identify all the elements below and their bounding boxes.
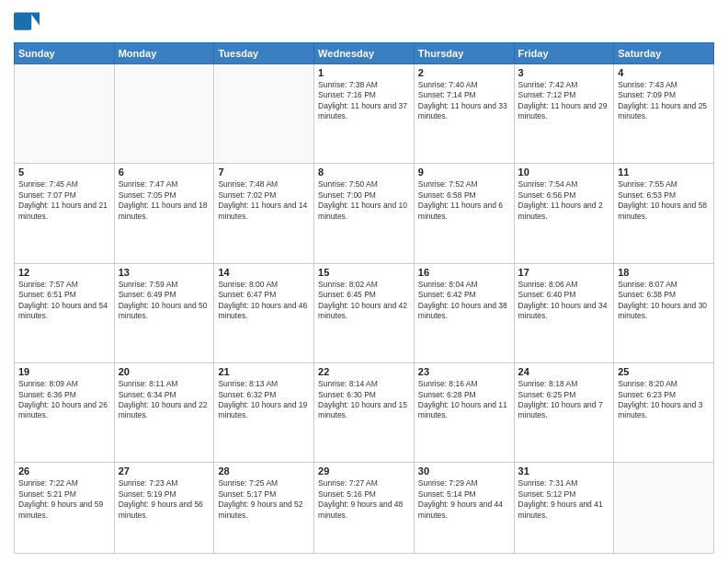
- calendar-cell: 22Sunrise: 8:14 AMSunset: 6:30 PMDayligh…: [314, 363, 415, 463]
- day-number: 19: [18, 366, 110, 377]
- day-info: Sunrise: 8:09 AMSunset: 6:36 PMDaylight:…: [18, 379, 110, 421]
- calendar-cell: [214, 64, 314, 164]
- calendar-cell: 17Sunrise: 8:06 AMSunset: 6:40 PMDayligh…: [514, 263, 614, 362]
- calendar-cell: 18Sunrise: 8:07 AMSunset: 6:38 PMDayligh…: [614, 263, 714, 362]
- calendar-week-2: 5Sunrise: 7:45 AMSunset: 7:07 PMDaylight…: [15, 164, 714, 263]
- calendar-cell: 10Sunrise: 7:54 AMSunset: 6:56 PMDayligh…: [514, 164, 614, 263]
- calendar-cell: 13Sunrise: 7:59 AMSunset: 6:49 PMDayligh…: [114, 263, 214, 362]
- day-info: Sunrise: 7:45 AMSunset: 7:07 PMDaylight:…: [18, 179, 110, 222]
- weekday-header-wednesday: Wednesday: [314, 43, 415, 64]
- day-number: 22: [318, 366, 410, 377]
- weekday-header-tuesday: Tuesday: [214, 43, 314, 64]
- calendar-cell: 7Sunrise: 7:48 AMSunset: 7:02 PMDaylight…: [214, 164, 314, 263]
- day-info: Sunrise: 7:40 AMSunset: 7:14 PMDaylight:…: [418, 80, 510, 122]
- day-info: Sunrise: 8:00 AMSunset: 6:47 PMDaylight:…: [218, 280, 310, 322]
- weekday-header-thursday: Thursday: [414, 43, 514, 64]
- day-info: Sunrise: 7:25 AMSunset: 5:17 PMDaylight:…: [218, 478, 310, 521]
- day-info: Sunrise: 7:52 AMSunset: 6:58 PMDaylight:…: [418, 179, 510, 222]
- calendar-cell: 2Sunrise: 7:40 AMSunset: 7:14 PMDaylight…: [414, 64, 514, 164]
- calendar-cell: 30Sunrise: 7:29 AMSunset: 5:14 PMDayligh…: [414, 463, 514, 554]
- day-number: 21: [218, 366, 310, 377]
- day-info: Sunrise: 7:57 AMSunset: 6:51 PMDaylight:…: [18, 280, 110, 322]
- calendar-cell: 3Sunrise: 7:42 AMSunset: 7:12 PMDaylight…: [514, 64, 614, 164]
- calendar-cell: 8Sunrise: 7:50 AMSunset: 7:00 PMDaylight…: [314, 164, 415, 263]
- svg-rect-1: [14, 13, 31, 30]
- calendar-cell: 11Sunrise: 7:55 AMSunset: 6:53 PMDayligh…: [614, 164, 714, 263]
- day-number: 14: [218, 267, 310, 278]
- calendar-cell: 24Sunrise: 8:18 AMSunset: 6:25 PMDayligh…: [514, 363, 614, 463]
- calendar-week-3: 12Sunrise: 7:57 AMSunset: 6:51 PMDayligh…: [15, 263, 714, 362]
- day-info: Sunrise: 7:55 AMSunset: 6:53 PMDaylight:…: [618, 179, 710, 222]
- weekday-header-saturday: Saturday: [614, 43, 714, 64]
- day-number: 24: [518, 366, 610, 377]
- calendar-cell: 4Sunrise: 7:43 AMSunset: 7:09 PMDaylight…: [614, 64, 714, 164]
- calendar-cell: 23Sunrise: 8:16 AMSunset: 6:28 PMDayligh…: [414, 363, 514, 463]
- day-info: Sunrise: 7:42 AMSunset: 7:12 PMDaylight:…: [518, 80, 610, 122]
- day-number: 15: [318, 267, 410, 278]
- day-info: Sunrise: 7:27 AMSunset: 5:16 PMDaylight:…: [318, 478, 410, 521]
- calendar-cell: 16Sunrise: 8:04 AMSunset: 6:42 PMDayligh…: [414, 263, 514, 362]
- calendar-cell: 15Sunrise: 8:02 AMSunset: 6:45 PMDayligh…: [314, 263, 415, 362]
- day-info: Sunrise: 8:14 AMSunset: 6:30 PMDaylight:…: [318, 379, 410, 421]
- weekday-header-monday: Monday: [114, 43, 214, 64]
- day-number: 30: [418, 465, 510, 477]
- calendar-cell: [114, 64, 214, 164]
- calendar-cell: [15, 64, 115, 164]
- header: [14, 9, 714, 35]
- day-info: Sunrise: 7:47 AMSunset: 7:05 PMDaylight:…: [119, 179, 210, 222]
- calendar-cell: 5Sunrise: 7:45 AMSunset: 7:07 PMDaylight…: [15, 164, 115, 263]
- day-number: 20: [119, 366, 210, 377]
- calendar-cell: 25Sunrise: 8:20 AMSunset: 6:23 PMDayligh…: [614, 363, 714, 463]
- day-number: 2: [418, 67, 510, 78]
- day-info: Sunrise: 8:06 AMSunset: 6:40 PMDaylight:…: [518, 280, 610, 322]
- day-info: Sunrise: 8:07 AMSunset: 6:38 PMDaylight:…: [618, 280, 710, 322]
- calendar-cell: 1Sunrise: 7:38 AMSunset: 7:16 PMDaylight…: [314, 64, 415, 164]
- weekday-header-friday: Friday: [514, 43, 614, 64]
- day-number: 13: [119, 267, 210, 278]
- day-info: Sunrise: 8:18 AMSunset: 6:25 PMDaylight:…: [518, 379, 610, 421]
- day-number: 25: [618, 366, 710, 377]
- calendar-cell: 21Sunrise: 8:13 AMSunset: 6:32 PMDayligh…: [214, 363, 314, 463]
- calendar-cell: 19Sunrise: 8:09 AMSunset: 6:36 PMDayligh…: [15, 363, 115, 463]
- calendar-cell: 12Sunrise: 7:57 AMSunset: 6:51 PMDayligh…: [15, 263, 115, 362]
- day-number: 27: [119, 465, 210, 477]
- logo: [14, 9, 43, 35]
- calendar-table: SundayMondayTuesdayWednesdayThursdayFrid…: [14, 42, 714, 554]
- logo-icon: [14, 9, 40, 35]
- day-info: Sunrise: 7:23 AMSunset: 5:19 PMDaylight:…: [119, 478, 210, 521]
- day-info: Sunrise: 7:59 AMSunset: 6:49 PMDaylight:…: [119, 280, 210, 322]
- calendar-cell: 14Sunrise: 8:00 AMSunset: 6:47 PMDayligh…: [214, 263, 314, 362]
- day-info: Sunrise: 7:38 AMSunset: 7:16 PMDaylight:…: [318, 80, 410, 122]
- day-number: 5: [18, 167, 110, 178]
- day-info: Sunrise: 7:50 AMSunset: 7:00 PMDaylight:…: [318, 179, 410, 222]
- day-info: Sunrise: 8:16 AMSunset: 6:28 PMDaylight:…: [418, 379, 510, 421]
- calendar-cell: 28Sunrise: 7:25 AMSunset: 5:17 PMDayligh…: [214, 463, 314, 554]
- day-number: 17: [518, 267, 610, 278]
- day-number: 12: [18, 267, 110, 278]
- day-info: Sunrise: 8:20 AMSunset: 6:23 PMDaylight:…: [618, 379, 710, 421]
- day-number: 18: [618, 267, 710, 278]
- calendar-header-row: SundayMondayTuesdayWednesdayThursdayFrid…: [15, 43, 714, 64]
- calendar-week-5: 26Sunrise: 7:22 AMSunset: 5:21 PMDayligh…: [15, 463, 714, 554]
- day-number: 29: [318, 465, 410, 477]
- day-number: 11: [618, 167, 710, 178]
- calendar-cell: [614, 463, 714, 554]
- calendar-cell: 9Sunrise: 7:52 AMSunset: 6:58 PMDaylight…: [414, 164, 514, 263]
- day-number: 16: [418, 267, 510, 278]
- day-info: Sunrise: 8:11 AMSunset: 6:34 PMDaylight:…: [119, 379, 210, 421]
- day-info: Sunrise: 8:04 AMSunset: 6:42 PMDaylight:…: [418, 280, 510, 322]
- weekday-header-sunday: Sunday: [15, 43, 115, 64]
- day-info: Sunrise: 8:02 AMSunset: 6:45 PMDaylight:…: [318, 280, 410, 322]
- calendar-cell: 29Sunrise: 7:27 AMSunset: 5:16 PMDayligh…: [314, 463, 415, 554]
- day-info: Sunrise: 7:31 AMSunset: 5:12 PMDaylight:…: [518, 478, 610, 521]
- calendar-week-1: 1Sunrise: 7:38 AMSunset: 7:16 PMDaylight…: [15, 64, 714, 164]
- day-number: 3: [518, 67, 610, 78]
- day-info: Sunrise: 7:29 AMSunset: 5:14 PMDaylight:…: [418, 478, 510, 521]
- day-number: 9: [418, 167, 510, 178]
- day-number: 4: [618, 67, 710, 78]
- day-number: 10: [518, 167, 610, 178]
- day-number: 23: [418, 366, 510, 377]
- day-info: Sunrise: 7:43 AMSunset: 7:09 PMDaylight:…: [618, 80, 710, 122]
- calendar-cell: 20Sunrise: 8:11 AMSunset: 6:34 PMDayligh…: [114, 363, 214, 463]
- calendar-week-4: 19Sunrise: 8:09 AMSunset: 6:36 PMDayligh…: [15, 363, 714, 463]
